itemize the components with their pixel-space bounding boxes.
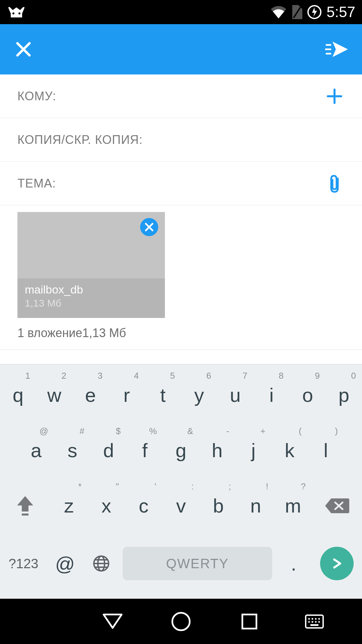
power-icon [307,5,322,19]
compose-app-bar [0,24,362,74]
key-y[interactable]: y6 [181,367,217,423]
key-x[interactable]: x" [87,478,125,533]
cc-bcc-label: КОПИЯ/СКР. КОПИЯ: [17,133,143,147]
key-r[interactable]: r4 [109,367,145,423]
key-g[interactable]: g& [163,423,199,478]
home-nav-button[interactable] [168,608,194,635]
os-logo-icon [7,5,26,19]
svg-point-26 [315,618,317,620]
keyboard-toggle-button[interactable] [304,611,324,632]
key-hint: ' [155,481,156,492]
key-hint: : [191,481,193,492]
keyboard: q1w2e3r4t5y6u7i8o9p0 a@s#d$f%g&h-j+k(l) … [0,364,362,599]
key-h[interactable]: h- [199,423,235,478]
attach-button[interactable] [324,173,345,194]
key-t[interactable]: t5 [145,367,181,423]
navigation-bar [0,599,362,644]
svg-rect-13 [22,514,28,516]
cc-bcc-field[interactable]: КОПИЯ/СКР. КОПИЯ: [0,118,362,162]
key-hint: % [149,426,157,436]
key-hint: ( [299,426,302,436]
svg-point-21 [172,613,190,630]
key-hint: 2 [62,371,66,381]
status-bar: 5:57 [0,0,362,24]
message-body-input[interactable] [0,350,362,364]
period-key[interactable]: . [276,552,312,575]
enter-key[interactable] [312,547,362,580]
key-hint: - [226,426,229,436]
attachment-name: mailbox_db [25,283,158,296]
to-label: КОМУ: [17,89,56,103]
attachment-summary: 1 вложение1,13 Мб [17,326,345,340]
key-hint: ; [229,481,231,492]
key-e[interactable]: e3 [72,367,109,423]
language-key[interactable] [83,555,119,572]
key-hint: # [80,426,84,436]
space-key[interactable]: QWERTY [119,547,276,580]
key-hint: ) [335,426,338,436]
svg-point-24 [308,618,310,620]
key-f[interactable]: f% [127,423,163,478]
key-hint: * [78,481,81,492]
attachment-size: 1,13 Мб [25,298,158,309]
key-v[interactable]: v: [162,478,199,533]
svg-rect-22 [242,614,256,629]
key-d[interactable]: d$ [90,423,127,478]
key-m[interactable]: m? [275,478,312,533]
key-p[interactable]: p0 [326,367,362,423]
key-w[interactable]: w2 [36,367,72,423]
attachment-card[interactable]: mailbox_db 1,13 Мб [17,212,165,318]
key-hint: $ [116,426,121,436]
subject-label: ТЕМА: [17,176,56,191]
key-s[interactable]: s# [54,423,90,478]
attachment-area: mailbox_db 1,13 Мб 1 вложение1,13 Мб [0,205,362,350]
symbols-key[interactable]: ?123 [0,556,47,571]
svg-point-28 [308,621,310,623]
key-i[interactable]: i8 [253,367,290,423]
key-o[interactable]: o9 [290,367,326,423]
svg-point-29 [312,621,313,623]
key-hint: 5 [170,371,175,381]
key-l[interactable]: l) [308,423,344,478]
space-label: QWERTY [123,547,272,580]
subject-field[interactable]: ТЕМА: [0,162,362,205]
back-nav-button[interactable] [99,608,126,635]
key-hint: 6 [206,371,211,381]
key-j[interactable]: j+ [235,423,272,478]
key-b[interactable]: b; [200,478,237,533]
key-a[interactable]: a@ [18,423,54,478]
svg-point-0 [12,12,14,14]
key-c[interactable]: c' [125,478,162,533]
svg-point-1 [18,12,20,14]
sim-icon [291,5,302,19]
close-button[interactable] [13,39,34,59]
key-hint: 4 [134,371,139,381]
wifi-icon [271,6,286,18]
key-u[interactable]: u7 [217,367,253,423]
recent-nav-button[interactable] [236,608,263,635]
key-hint: ! [266,481,268,492]
send-button[interactable] [325,38,349,61]
key-hint: 8 [279,371,284,381]
svg-point-27 [318,618,320,620]
to-field[interactable]: КОМУ: [0,74,362,118]
key-hint: & [187,426,193,436]
at-key[interactable]: @ [47,552,83,575]
key-z[interactable]: z* [50,478,87,533]
shift-key[interactable] [0,478,50,533]
svg-point-30 [315,621,317,623]
key-n[interactable]: n! [237,478,274,533]
key-hint: 1 [25,371,30,381]
key-hint: 0 [351,371,356,381]
svg-rect-32 [310,624,318,626]
remove-attachment-button[interactable] [140,218,158,236]
svg-point-31 [318,621,320,623]
key-hint: 9 [315,371,320,381]
svg-point-25 [312,618,313,620]
status-time: 5:57 [326,4,355,20]
add-recipient-button[interactable] [324,86,345,106]
key-q[interactable]: q1 [0,367,36,423]
key-k[interactable]: k( [272,423,308,478]
key-hint: ? [301,481,305,492]
backspace-key[interactable] [312,478,362,533]
